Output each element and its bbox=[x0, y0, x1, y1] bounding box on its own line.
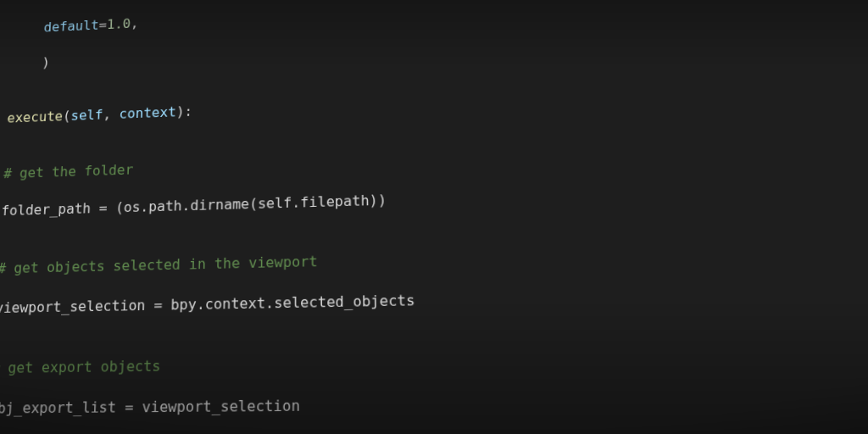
code-block: min=0.01, max=1000.0, default=1.0, ) def… bbox=[0, 0, 868, 434]
editor-viewport: min=0.01, max=1000.0, default=1.0, ) def… bbox=[0, 0, 868, 434]
code-line: viewport_selection = bpy.context.selecte… bbox=[0, 277, 868, 320]
code-line: # get the folder bbox=[0, 129, 868, 185]
code-line bbox=[0, 321, 868, 339]
code-line: # get export objects bbox=[0, 343, 868, 379]
code-line: obj_export_list = viewport_selection bbox=[0, 388, 868, 420]
code-line: # get objects selected in the viewport bbox=[0, 234, 868, 281]
code-line: def execute(self, context): bbox=[0, 69, 868, 131]
